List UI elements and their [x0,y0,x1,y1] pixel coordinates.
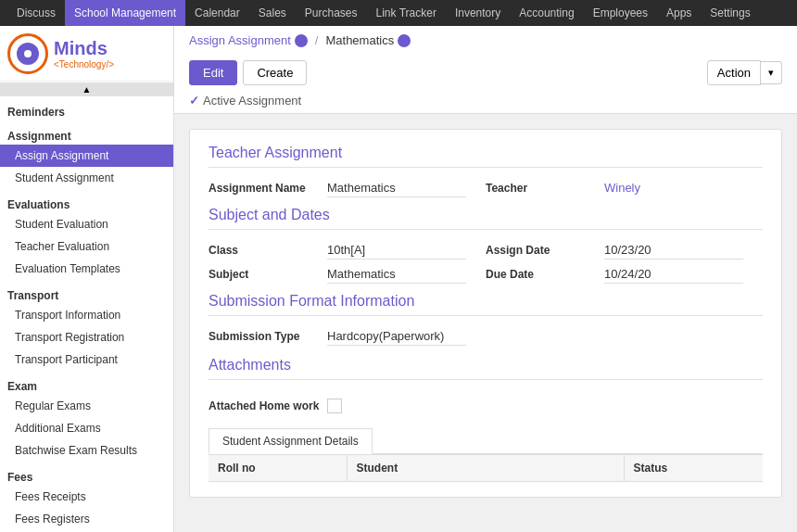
subject-dates-grid: Class 10th[A] Assign Date 10/23/20 Subje… [209,243,763,284]
submission-format-title: Submission Format Information [209,293,763,316]
sidebar-item-student-assignment[interactable]: Student Assignment [0,167,173,189]
tab-bar: Student Assignment Details [209,428,763,454]
logo-minds-text: Minds [54,38,114,59]
sidebar-item-batchwise-exam-results[interactable]: Batchwise Exam Results [0,439,173,462]
nav-purchases[interactable]: Purchases [296,0,367,26]
table-header-roll-no: Roll no [209,455,348,481]
sidebar-section-evaluations: Evaluations [0,193,173,213]
table-header-status: Status [625,455,764,481]
logo-text: Minds <Technology/> [54,38,114,70]
sidebar-scroll-up[interactable]: ▲ [0,82,173,96]
teacher-assignment-title: Teacher Assignment [209,145,763,168]
sidebar: Minds <Technology/> ▲ Reminders Assignme… [0,26,174,532]
toolbar: Edit Create Action ▾ [189,55,782,91]
teacher-row: Teacher Winely [486,181,763,197]
active-assignment-label: Active Assignment [203,94,301,108]
sidebar-item-additional-exams[interactable]: Additional Exams [0,417,173,439]
teacher-assignment-card: Teacher Assignment Assignment Name Mathe… [189,129,782,498]
sidebar-section-reminders: Reminders [0,100,173,120]
logo-inner-icon [17,43,39,65]
due-date-row: Due Date 10/24/20 [486,267,763,284]
logo-icon [7,33,48,74]
sidebar-item-regular-exams[interactable]: Regular Exams [0,395,173,417]
edit-button[interactable]: Edit [189,60,237,85]
assign-date-value: 10/23/20 [604,243,743,260]
sidebar-section-assignment: Assignment [0,124,173,145]
due-date-label: Due Date [486,268,597,281]
attach-box[interactable] [327,399,342,413]
assignment-name-value: Mathematics [327,181,466,197]
assign-date-row: Assign Date 10/23/20 [486,243,763,260]
nav-settings[interactable]: Settings [701,0,759,26]
breadcrumb-separator: / [315,33,319,47]
check-icon: ✓ [189,94,199,108]
sidebar-item-student-evaluation[interactable]: Student Evaluation [0,213,173,235]
action-button[interactable]: Action [707,60,761,85]
breadcrumb: Assign Assignment / Mathematics [189,33,782,47]
nav-inventory[interactable]: Inventory [446,0,510,26]
sidebar-section-exam: Exam [0,374,173,395]
breadcrumb-dot [295,34,308,47]
due-date-value: 10/24/20 [604,267,743,284]
nav-accounting[interactable]: Accounting [510,0,583,26]
sidebar-item-transport-participant[interactable]: Transport Participant [0,348,173,371]
table-header-student: Student [348,455,625,481]
breadcrumb-parent-link[interactable]: Assign Assignment [189,33,291,47]
table-header: Roll no Student Status [209,454,763,482]
subject-value: Mathematics [327,267,466,284]
content-area: Assign Assignment / Mathematics Edit Cre… [174,26,797,532]
logo-tagline: <Technology/> [54,59,114,70]
nav-discuss[interactable]: Discuss [7,0,65,26]
teacher-value[interactable]: Winely [604,181,640,195]
subject-row: Subject Mathematics [209,267,486,284]
nav-apps[interactable]: Apps [657,0,701,26]
teacher-label: Teacher [486,182,597,195]
breadcrumb-current: Mathematics [325,33,394,47]
assign-date-label: Assign Date [486,244,597,257]
sidebar-item-evaluation-templates[interactable]: Evaluation Templates [0,258,173,280]
breadcrumb-dot2 [398,34,411,47]
submission-type-label: Submission Type [209,330,320,343]
sidebar-item-fees-registers[interactable]: Fees Registers [0,508,173,530]
create-button[interactable]: Create [243,60,307,85]
action-dropdown: Action ▾ [707,60,782,85]
class-label: Class [209,244,320,257]
class-value: 10th[A] [327,243,466,260]
sidebar-section-transport: Transport [0,284,173,304]
submission-type-row: Submission Type Hardcopy(Paperwork) [209,329,763,346]
nav-employees[interactable]: Employees [584,0,657,26]
nav-calendar[interactable]: Calendar [185,0,249,26]
attachments-title: Attachments [209,357,763,380]
sidebar-item-transport-registration[interactable]: Transport Registration [0,326,173,348]
action-caret-button[interactable]: ▾ [761,61,782,84]
nav-sales[interactable]: Sales [249,0,296,26]
subject-label: Subject [209,268,320,281]
nav-school-management[interactable]: School Management [65,0,185,26]
subject-dates-title: Subject and Dates [209,207,763,230]
logo: Minds <Technology/> [0,26,173,82]
sidebar-item-assign-assignment[interactable]: Assign Assignment [0,145,173,167]
teacher-assignment-grid: Assignment Name Mathematics Teacher Wine… [209,181,763,197]
attached-homework-row: Attached Home work [209,393,763,419]
sidebar-section-fees: Fees [0,465,173,486]
submission-type-value: Hardcopy(Paperwork) [327,329,466,346]
tab-student-assignment-details[interactable]: Student Assignment Details [209,428,373,454]
active-assignment-badge: ✓ Active Assignment [189,91,301,113]
nav-link-tracker[interactable]: Link Tracker [367,0,446,26]
sidebar-item-transport-information[interactable]: Transport Information [0,304,173,326]
sidebar-item-fees-receipts[interactable]: Fees Receipts [0,486,173,508]
assignment-name-row: Assignment Name Mathematics [209,181,486,197]
assignment-name-label: Assignment Name [209,182,320,195]
attached-homework-label: Attached Home work [209,399,320,412]
content-header: Assign Assignment / Mathematics Edit Cre… [174,26,797,114]
class-row: Class 10th[A] [209,243,486,260]
form-content: Teacher Assignment Assignment Name Mathe… [174,114,797,514]
sidebar-item-teacher-evaluation[interactable]: Teacher Evaluation [0,235,173,258]
top-navigation: Discuss School Management Calendar Sales… [0,0,797,26]
